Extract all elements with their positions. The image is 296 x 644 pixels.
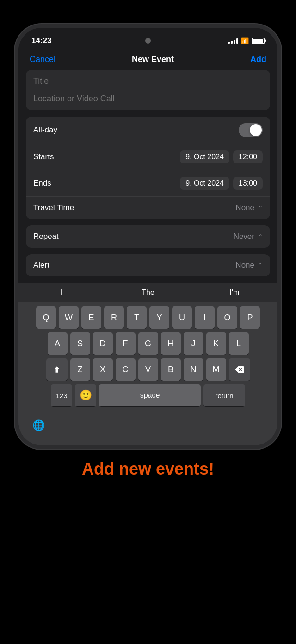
key-row-3: Z X C V B N M — [20, 358, 276, 381]
status-time: 14:23 — [31, 36, 51, 45]
alert-label: Alert — [33, 261, 49, 270]
nav-bar: Cancel New Event Add — [18, 51, 278, 70]
key-row-4: 123 🙂 space return — [20, 384, 276, 406]
datetime-section: All-day Starts 9. Oct 2024 12:00 Ends 9.… — [26, 117, 270, 219]
key-k[interactable]: K — [206, 332, 226, 355]
key-y[interactable]: Y — [149, 306, 169, 329]
key-row-2: A S D F G H J K L — [20, 332, 276, 355]
key-i[interactable]: I — [195, 306, 215, 329]
title-input[interactable] — [26, 70, 270, 90]
repeat-label: Repeat — [33, 232, 59, 241]
add-button[interactable]: Add — [250, 55, 266, 64]
status-bar: 14:23 📶 — [18, 28, 278, 51]
key-z[interactable]: Z — [70, 358, 90, 381]
starts-value: 9. Oct 2024 12:00 — [180, 150, 263, 163]
key-a[interactable]: A — [48, 332, 68, 355]
location-input[interactable] — [26, 90, 270, 110]
starts-label: Starts — [33, 152, 54, 162]
wifi-icon: 📶 — [241, 37, 249, 44]
key-n[interactable]: N — [184, 358, 204, 381]
key-l[interactable]: L — [229, 332, 249, 355]
key-d[interactable]: D — [93, 332, 113, 355]
keyboard-rows: Q W E R T Y U I O P A S D F G H J K — [18, 303, 278, 412]
key-w[interactable]: W — [59, 306, 79, 329]
bottom-bar: 🌐 — [18, 412, 278, 445]
title-location-section — [26, 70, 270, 110]
key-s[interactable]: S — [70, 332, 90, 355]
key-u[interactable]: U — [172, 306, 192, 329]
ends-time[interactable]: 13:00 — [233, 177, 263, 190]
travel-time-row[interactable]: Travel Time None ⌃ — [26, 197, 270, 219]
page-title: New Event — [132, 55, 174, 64]
starts-row[interactable]: Starts 9. Oct 2024 12:00 — [26, 144, 270, 170]
cancel-button[interactable]: Cancel — [30, 55, 56, 64]
keyboard-area: I The I'm Q W E R T Y U I O P A S — [18, 283, 278, 445]
alert-chevron: ⌃ — [258, 262, 263, 269]
signal-icon — [228, 38, 238, 44]
key-p[interactable]: P — [240, 306, 260, 329]
ends-value: 9. Oct 2024 13:00 — [180, 177, 263, 190]
phone-frame: 14:23 📶 Cancel New Event Add — [18, 28, 278, 445]
globe-key[interactable]: 🌐 — [26, 415, 51, 436]
starts-date[interactable]: 9. Oct 2024 — [180, 150, 229, 163]
shift-key[interactable] — [46, 358, 68, 381]
repeat-value: Never ⌃ — [234, 232, 263, 241]
alert-value: None ⌃ — [235, 261, 263, 270]
delete-key[interactable] — [229, 358, 250, 381]
allday-toggle[interactable] — [239, 123, 263, 137]
status-icons: 📶 — [228, 37, 265, 44]
repeat-row[interactable]: Repeat Never ⌃ — [26, 225, 270, 248]
travel-time-chevron: ⌃ — [258, 205, 263, 211]
emoji-key[interactable]: 🙂 — [75, 384, 96, 406]
travel-time-value: None ⌃ — [235, 203, 263, 213]
key-o[interactable]: O — [217, 306, 237, 329]
allday-label: All-day — [33, 125, 57, 135]
key-g[interactable]: G — [138, 332, 158, 355]
starts-time[interactable]: 12:00 — [233, 150, 263, 163]
key-c[interactable]: C — [116, 358, 136, 381]
alert-section[interactable]: Alert None ⌃ — [26, 254, 270, 276]
travel-time-label: Travel Time — [33, 203, 74, 213]
key-t[interactable]: T — [127, 306, 147, 329]
ends-date[interactable]: 9. Oct 2024 — [180, 177, 229, 190]
caption: Add new events! — [82, 459, 214, 479]
key-h[interactable]: H — [161, 332, 181, 355]
key-v[interactable]: V — [138, 358, 158, 381]
key-m[interactable]: M — [206, 358, 226, 381]
key-r[interactable]: R — [104, 306, 124, 329]
suggestion-2[interactable]: I'm — [191, 283, 278, 302]
key-j[interactable]: J — [184, 332, 204, 355]
ends-label: Ends — [33, 179, 51, 188]
allday-row: All-day — [26, 117, 270, 144]
key-e[interactable]: E — [81, 306, 101, 329]
suggestion-0[interactable]: I — [18, 283, 105, 302]
alert-row[interactable]: Alert None ⌃ — [26, 254, 270, 276]
space-key[interactable]: space — [99, 384, 201, 406]
ends-row[interactable]: Ends 9. Oct 2024 13:00 — [26, 170, 270, 197]
key-b[interactable]: B — [161, 358, 181, 381]
toggle-knob — [250, 124, 262, 136]
key-row-1: Q W E R T Y U I O P — [20, 306, 276, 329]
repeat-section[interactable]: Repeat Never ⌃ — [26, 225, 270, 248]
battery-icon — [252, 38, 265, 44]
numbers-key[interactable]: 123 — [51, 384, 72, 406]
key-x[interactable]: X — [93, 358, 113, 381]
suggestion-1[interactable]: The — [105, 283, 191, 302]
key-f[interactable]: F — [116, 332, 136, 355]
key-q[interactable]: Q — [36, 306, 56, 329]
suggestions-bar: I The I'm — [18, 283, 278, 303]
return-key[interactable]: return — [204, 384, 245, 406]
form-area: All-day Starts 9. Oct 2024 12:00 Ends 9.… — [18, 70, 278, 276]
repeat-chevron: ⌃ — [258, 233, 263, 240]
